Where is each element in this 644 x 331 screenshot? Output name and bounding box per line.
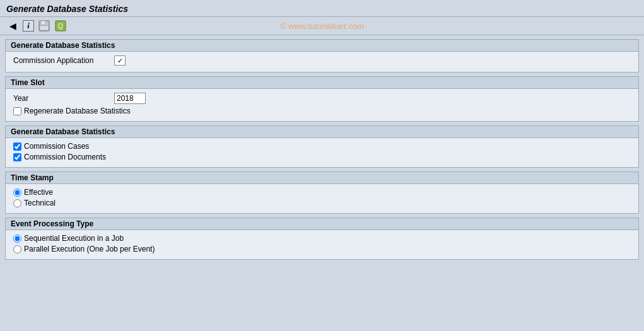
effective-row: Effective <box>13 188 631 197</box>
technical-row: Technical <box>13 199 631 207</box>
year-input[interactable] <box>114 93 146 104</box>
commission-application-row: Commission Application ✓ <box>13 55 631 66</box>
section-body-time-stamp: Effective Technical <box>6 184 638 213</box>
commission-documents-checkbox[interactable] <box>13 153 21 161</box>
parallel-label: Parallel Execution (One Job per Event) <box>24 245 155 253</box>
parallel-row: Parallel Execution (One Job per Event) <box>13 245 631 253</box>
section-event-processing-type: Event Processing Type Sequential Executi… <box>5 218 639 260</box>
info-icon[interactable]: i <box>23 20 34 32</box>
section-title-generate-db-stats-2: Generate Database Statistics <box>6 126 638 138</box>
section-time-stamp: Time Stamp Effective Technical <box>5 171 639 214</box>
commission-application-checkbox[interactable]: ✓ <box>114 55 126 66</box>
save-icon[interactable] <box>38 20 50 32</box>
section-title-time-slot: Time Slot <box>6 77 638 89</box>
section-time-slot: Time Slot Year Regenerate Database Stati… <box>5 76 639 122</box>
commission-documents-row: Commission Documents <box>13 153 631 161</box>
year-row: Year <box>13 93 631 104</box>
section-generate-db-stats-2: Generate Database Statistics Commission … <box>5 125 639 168</box>
content: Generate Database Statistics Commission … <box>0 35 644 264</box>
technical-radio[interactable] <box>13 199 21 207</box>
page-title: Generate Database Statistics <box>6 4 638 14</box>
parallel-radio[interactable] <box>13 245 21 253</box>
toolbar: ◀ i Q © www.tutorialkart.com <box>0 17 644 35</box>
section-body-generate-db-stats-1: Commission Application ✓ <box>6 52 638 72</box>
commission-cases-label: Commission Cases <box>24 142 89 151</box>
back-icon[interactable]: ◀ <box>6 20 19 32</box>
section-title-time-stamp: Time Stamp <box>6 172 638 184</box>
effective-radio[interactable] <box>13 189 21 197</box>
regenerate-row: Regenerate Database Statistics <box>13 107 631 115</box>
settings-icon[interactable]: Q <box>54 20 67 32</box>
technical-label: Technical <box>24 199 56 207</box>
section-generate-db-stats-1: Generate Database Statistics Commission … <box>5 39 639 73</box>
svg-text:Q: Q <box>58 23 63 30</box>
year-label: Year <box>13 94 114 103</box>
effective-label: Effective <box>24 188 53 197</box>
commission-application-label: Commission Application <box>13 56 114 65</box>
section-title-generate-db-stats-1: Generate Database Statistics <box>6 40 638 52</box>
section-title-event-processing-type: Event Processing Type <box>6 218 638 230</box>
regenerate-label: Regenerate Database Statistics <box>24 107 131 115</box>
regenerate-checkbox[interactable] <box>13 107 21 115</box>
sequential-radio[interactable] <box>13 235 21 243</box>
sequential-label: Sequential Execution in a Job <box>24 234 124 243</box>
svg-rect-1 <box>41 21 45 25</box>
title-bar: Generate Database Statistics <box>0 0 644 17</box>
commission-cases-row: Commission Cases <box>13 142 631 151</box>
commission-cases-checkbox[interactable] <box>13 142 21 151</box>
section-body-event-processing-type: Sequential Execution in a Job Parallel E… <box>6 230 638 259</box>
watermark: © www.tutorialkart.com <box>280 21 364 31</box>
svg-rect-2 <box>40 26 49 30</box>
sequential-row: Sequential Execution in a Job <box>13 234 631 243</box>
commission-documents-label: Commission Documents <box>24 153 106 161</box>
section-body-generate-db-stats-2: Commission Cases Commission Documents <box>6 138 638 167</box>
section-body-time-slot: Year Regenerate Database Statistics <box>6 89 638 121</box>
